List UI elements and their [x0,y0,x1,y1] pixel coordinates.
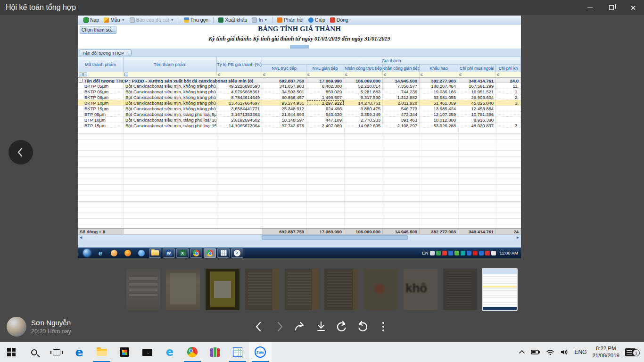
cell-value[interactable]: 8.916.380 [458,117,496,123]
taskbar-spreadsheet-app-icon[interactable] [226,342,249,362]
cell-value[interactable]: 1.312.882 [383,94,420,100]
column-header[interactable]: Chi phí mua ngoài [458,65,496,72]
cell-value[interactable]: 12.453.884 [458,106,496,111]
cell-value[interactable]: 45.825.840 [458,100,496,106]
table-row[interactable]: BKTP 08µmBột Canxicacbonat siêu mịn, khô… [78,94,521,100]
cell-product-name[interactable]: Bột Canxicacbonat siêu mịn, không tráng … [124,83,217,89]
cell-value[interactable]: 188.167.464 [420,83,458,89]
scroll-left-arrow[interactable]: ◀ [78,235,83,240]
table-row[interactable]: BKTP 05µmBột Canxicacbonat siêu mịn, khô… [78,83,521,89]
filter-cell[interactable]: ≤ [420,72,458,77]
taskbar-chrome-icon[interactable] [181,342,204,362]
win7-taskbar-word-icon[interactable]: W [163,248,175,258]
cell-value[interactable]: 7.356.577 [383,83,420,89]
more-button[interactable] [376,319,391,334]
cell-percent[interactable]: 8,7844614649 [217,94,262,100]
tray-icon[interactable] [491,251,496,255]
cell-value[interactable]: 341.057.983 [262,83,306,89]
toolbar-button-export[interactable]: Xuất khẩu [216,16,249,23]
filter-icon[interactable] [124,73,128,76]
column-header[interactable]: Tên thành phẩm [124,57,217,72]
column-header[interactable]: Mã thành phẩm [78,57,124,72]
cell-value[interactable]: 10.012.888 [420,117,458,123]
cell-value[interactable] [496,117,521,123]
cell-value[interactable]: 21.944.693 [262,111,306,117]
cell-value[interactable]: 12.107.259 [420,111,458,117]
cell-value[interactable]: 11. [496,83,521,89]
cell-value[interactable]: 744.236 [383,89,420,94]
restore-button[interactable] [601,0,622,15]
win7-taskbar-calculator-icon[interactable] [217,248,230,258]
column-header[interactable]: NVL gián tiếp [306,65,344,72]
taskbar-task-view-icon[interactable] [45,342,68,362]
cell-value[interactable]: 60.866.457 [262,94,306,100]
tray-icon[interactable] [454,251,459,255]
cell-product-code[interactable]: BKTP 10µm [78,100,124,106]
table-row[interactable]: BTP 15µmBột Canxicacbonat siêu mịn, trán… [78,123,521,128]
win7-taskbar-pdf-reader-icon[interactable] [122,248,134,258]
cell-value[interactable]: 1. [496,89,521,94]
filter-icon[interactable] [83,73,87,76]
tray-icon[interactable] [448,251,453,255]
win7-taskbar-start-orb-icon[interactable] [81,248,93,258]
win7-language-indicator[interactable]: EN [422,250,428,255]
table-row[interactable]: BKTP 10µmBột Canxicacbonat siêu mịn, khô… [78,100,521,106]
toolbar-button-load[interactable]: Nạp [82,16,101,23]
win7-taskbar-photo-viewer-icon[interactable] [204,248,216,258]
cell-value[interactable]: 2. [496,94,521,100]
tray-icon[interactable] [467,251,471,255]
cell-value[interactable]: 5.281.883 [344,89,383,94]
cell-value[interactable]: 1.499.507 [306,94,344,100]
table-row[interactable]: BTP 05µmBột Canxicacbonat siêu mịn, trán… [78,111,521,117]
tray-icon[interactable] [485,251,490,255]
horizontal-scrollbar[interactable]: ◀ ▶ [78,234,521,240]
tray-icon[interactable] [461,251,465,255]
thumbnail-document[interactable] [285,269,319,310]
wifi-icon[interactable] [546,349,554,355]
cell-value[interactable]: 391.463 [383,117,420,123]
win7-taskbar-chrome-icon[interactable] [190,248,202,258]
cell-value[interactable]: 2.778.233 [344,117,383,123]
toolbar-button-help[interactable]: Giúp [306,16,327,23]
collapse-handle[interactable] [290,45,309,49]
cell-value[interactable]: 93.274.931 [262,100,306,106]
cell-value[interactable]: 53.926.288 [420,123,458,128]
cell-value[interactable]: 13.985.424 [420,106,458,111]
cell-percent[interactable]: 13,4617664697 [217,100,262,106]
thumbnail-document[interactable] [245,269,279,310]
filter-cell[interactable]: ≤ [306,72,344,77]
cell-value[interactable] [496,106,521,111]
cell-product-code[interactable]: BKTP 15µm [78,106,124,111]
cell-percent[interactable]: 3,6584441771 [217,106,262,111]
filter-icon[interactable] [79,73,83,76]
filter-cell[interactable]: ≤ [383,72,420,77]
minimize-button[interactable] [579,0,601,15]
cell-value[interactable]: 8.402.308 [306,83,344,89]
group-row[interactable]: –Tên đối tượng THCP : PXBĐ - Xưởng sản x… [78,77,521,83]
filter-cell[interactable]: ≤ [496,72,521,77]
battery-icon[interactable] [531,349,540,355]
thumbnail-invoice-stamped[interactable] [364,269,398,310]
cell-product-code[interactable]: BKTP 08µm [78,94,124,100]
cell-product-name[interactable]: Bột Canxicacbonat siêu mịn, tráng phủ lo… [124,117,217,123]
cell-value[interactable]: 16.951.521 [458,89,496,94]
rotate-left-button[interactable] [334,319,349,334]
cell-value[interactable]: 3.359.349 [344,111,383,117]
tray-icon[interactable] [430,251,435,255]
cell-value[interactable]: 2.108.297 [383,123,420,128]
cell-value[interactable]: 9.317.590 [344,94,383,100]
scroll-right-arrow[interactable]: ▶ [515,235,520,240]
share-button[interactable] [293,319,308,334]
cell-value[interactable]: 3. [496,123,521,128]
taskbar-file-explorer-icon[interactable] [91,342,113,362]
cell-product-name[interactable]: Bột Canxicacbonat siêu mịn, không tráng … [124,100,217,106]
cell-product-code[interactable]: BTP 05µm [78,111,124,117]
previous-image-button[interactable] [8,140,33,165]
selected-cell[interactable]: 2.297.922 [306,100,344,106]
cell-value[interactable]: 25.348.912 [262,106,306,111]
win7-taskbar-file-explorer-icon[interactable] [149,248,161,258]
cell-product-code[interactable]: BTP 15µm [78,123,124,128]
table-row[interactable]: BKTP 06µmBột Canxicacbonat siêu mịn, khô… [78,89,521,94]
cell-value[interactable]: 447.109 [306,117,344,123]
cell-value[interactable]: 473.344 [383,111,420,117]
